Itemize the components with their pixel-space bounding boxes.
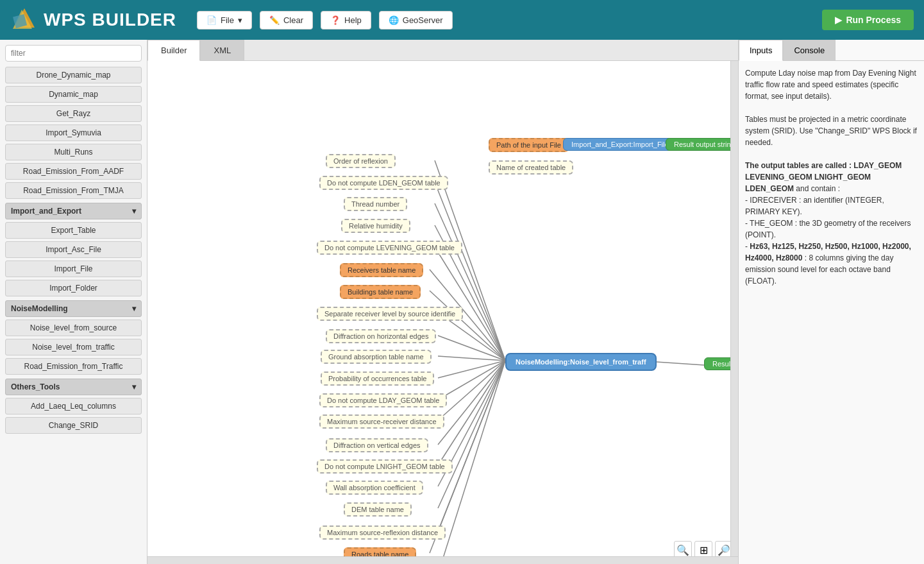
file-icon: 📄	[206, 15, 217, 25]
node-max-source-reflexion[interactable]: Maximum source-reflexion distance	[319, 526, 446, 540]
svg-line-20	[438, 361, 505, 531]
sidebar-item-road-emission-tmja[interactable]: Road_Emission_From_TMJA	[5, 182, 142, 199]
node-dem-table[interactable]: DEM table name	[344, 502, 412, 517]
node-thread-number[interactable]: Thread number	[344, 197, 407, 211]
sidebar-item-multi-runs[interactable]: Multi_Runs	[5, 144, 142, 160]
sidebar-item-road-emission-aadf[interactable]: Road_Emission_From_AADF	[5, 163, 142, 180]
node-order-reflexion[interactable]: Order of reflexion	[326, 154, 396, 168]
main-layout: Drone_Dynamic_map Dynamic_map Get_Rayz I…	[0, 40, 924, 564]
node-separate-receiver[interactable]: Separate receiver level by source identi…	[317, 307, 463, 321]
sidebar-item-import-asc-file[interactable]: Import_Asc_File	[5, 241, 142, 258]
help-button[interactable]: ❓ Help	[321, 11, 371, 30]
node-receivers-table[interactable]: Receivers table name	[340, 263, 423, 277]
chevron-down-icon: ▾	[132, 207, 136, 216]
svg-line-13	[438, 361, 505, 378]
node-max-source-receiver[interactable]: Maximum source-receiver distance	[319, 414, 444, 429]
node-noise-modelling-main[interactable]: NoiseModelling:Noise_level_from_traff	[505, 353, 657, 371]
group-import-export-label: Import_and_Export	[11, 207, 81, 216]
canvas-container[interactable]: Path of the input File Import_and_Export…	[147, 61, 738, 564]
globe-icon: 🌐	[389, 15, 399, 25]
node-path-input[interactable]: Path of the input File	[489, 138, 569, 152]
sidebar-item-road-emission-traffic[interactable]: Road_Emission_from_Traffic	[5, 358, 142, 375]
sidebar-item-drone-dynamic-map[interactable]: Drone_Dynamic_map	[5, 67, 142, 83]
node-do-not-compute-lday[interactable]: Do not compute LDAY_GEOM table	[319, 393, 447, 407]
right-panel: Inputs Console Compute Lday noise map fr…	[738, 40, 924, 564]
tab-xml[interactable]: XML	[200, 40, 244, 60]
tab-console[interactable]: Console	[783, 40, 836, 60]
play-icon: ▶	[835, 15, 842, 25]
svg-line-12	[438, 356, 505, 361]
group-noise-modelling[interactable]: NoiseModelling ▾	[5, 300, 142, 317]
node-name-created-table[interactable]: Name of created table	[489, 160, 573, 175]
node-do-not-compute-lnight[interactable]: Do not compute LNIGHT_GEOM table	[317, 459, 453, 474]
hz-description: Hz63, Hz125, Hz250, Hz500, Hz1000, Hz200…	[745, 242, 911, 262]
run-process-button[interactable]: ▶ Run Process	[822, 10, 914, 30]
sidebar-item-noise-level-source[interactable]: Noise_level_from_source	[5, 320, 142, 336]
builder-area: Builder XML	[147, 40, 738, 564]
node-result-output-top[interactable]: Result output string	[666, 138, 738, 151]
group-noise-modelling-label: NoiseModelling	[11, 304, 68, 313]
svg-line-9	[430, 291, 505, 361]
canvas-vertical-scrollbar[interactable]	[730, 61, 738, 556]
sidebar-item-dynamic-map[interactable]: Dynamic_map	[5, 86, 142, 103]
node-do-not-compute-levening[interactable]: Do not compute LEVENING_GEOM table	[317, 241, 462, 255]
tab-bar: Builder XML	[147, 40, 738, 61]
svg-line-19	[438, 361, 505, 508]
output-tables-heading: The output tables are called : LDAY_GEOM…	[745, 161, 902, 193]
clear-button[interactable]: ✏️ Clear	[260, 11, 313, 30]
svg-line-3	[435, 160, 505, 361]
sidebar-item-import-folder[interactable]: Import_Folder	[5, 280, 142, 296]
logo-icon	[10, 6, 38, 34]
node-ground-absorption[interactable]: Ground absorption table name	[321, 350, 432, 364]
geoserver-button[interactable]: 🌐 GeoServer	[379, 11, 453, 30]
sidebar-item-import-symuvia[interactable]: Import_Symuvia	[5, 124, 142, 141]
node-diffraction-horizontal[interactable]: Diffraction on horizontal edges	[326, 329, 436, 343]
chevron-down-icon: ▾	[238, 15, 242, 25]
sidebar: Drone_Dynamic_map Dynamic_map Get_Rayz I…	[0, 40, 147, 564]
svg-line-7	[435, 247, 505, 361]
svg-line-15	[438, 361, 505, 420]
sidebar-item-change-srid[interactable]: Change_SRID	[5, 417, 142, 434]
group-others-tools[interactable]: Others_Tools ▾	[5, 379, 142, 395]
logo-area: WPS BUILDER	[10, 6, 176, 34]
svg-line-4	[435, 182, 505, 361]
tab-inputs[interactable]: Inputs	[739, 40, 783, 61]
node-buildings-table[interactable]: Buildings table name	[340, 285, 421, 299]
group-others-tools-label: Others_Tools	[11, 382, 60, 391]
node-do-not-compute-lden[interactable]: Do not compute LDEN_GEOM table	[319, 176, 448, 190]
sidebar-item-noise-level-traffic[interactable]: Noise_level_from_traffic	[5, 339, 142, 355]
node-wall-absorption[interactable]: Wall absorption coefficient	[326, 481, 423, 495]
right-tab-bar: Inputs Console	[739, 40, 924, 61]
sidebar-item-import-file[interactable]: Import_File	[5, 261, 142, 277]
node-import-file[interactable]: Import_and_Export:Import_File	[563, 138, 677, 151]
sidebar-item-add-laeq[interactable]: Add_Laeq_Leq_columns	[5, 398, 142, 414]
description-text: Compute Lday noise map from Day Evening …	[745, 67, 918, 287]
node-relative-humidity[interactable]: Relative humidity	[341, 219, 410, 233]
svg-line-17	[438, 361, 505, 465]
header: WPS BUILDER 📄 File ▾ ✏️ Clear ❓ Help 🌐 G…	[0, 0, 924, 40]
svg-line-11	[438, 336, 505, 361]
help-icon: ❓	[330, 15, 340, 25]
node-probability-occurrences[interactable]: Probability of occurrences table	[321, 372, 434, 386]
tab-builder[interactable]: Builder	[147, 40, 200, 61]
node-diffraction-vertical[interactable]: Diffraction on vertical edges	[326, 438, 428, 452]
file-button[interactable]: 📄 File ▾	[197, 11, 252, 30]
chevron-down-icon-3: ▾	[132, 382, 136, 391]
logo-text: WPS BUILDER	[44, 10, 176, 30]
chevron-down-icon-2: ▾	[132, 304, 136, 313]
canvas[interactable]: Path of the input File Import_and_Export…	[147, 61, 738, 564]
eraser-icon: ✏️	[269, 15, 280, 25]
svg-line-5	[435, 203, 505, 361]
right-panel-content: Compute Lday noise map from Day Evening …	[739, 61, 924, 564]
svg-line-14	[438, 361, 505, 400]
filter-input[interactable]	[5, 45, 142, 62]
canvas-horizontal-scrollbar[interactable]	[147, 556, 738, 564]
svg-line-16	[438, 361, 505, 445]
sidebar-item-export-table[interactable]: Export_Table	[5, 222, 142, 239]
svg-line-21	[430, 361, 505, 553]
sidebar-item-get-rayz[interactable]: Get_Rayz	[5, 105, 142, 122]
group-import-export[interactable]: Import_and_Export ▾	[5, 203, 142, 219]
